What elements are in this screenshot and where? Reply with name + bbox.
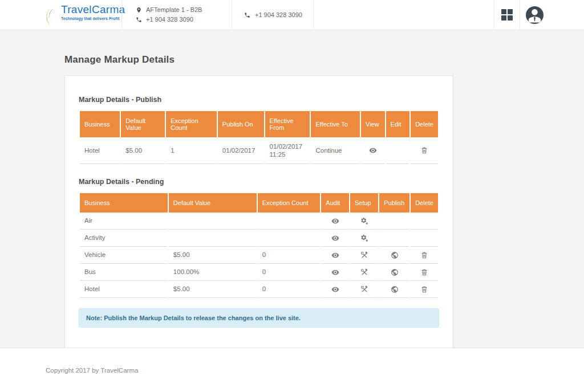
audit-icon[interactable] xyxy=(331,251,339,259)
cell-exception-count: 0 xyxy=(258,264,321,281)
cell-delete-empty xyxy=(411,230,438,247)
agency-info: AFTemplate 1 - B2B +1 904 328 3090 xyxy=(121,0,232,30)
table-row: Bus 100.00% 0 xyxy=(80,264,438,281)
col-business: Business xyxy=(80,193,168,213)
pending-table: Business Default Value Exception Count A… xyxy=(79,193,439,298)
cell-exception-count xyxy=(258,230,321,247)
setup-gear-icon[interactable] xyxy=(360,234,368,242)
delete-icon[interactable] xyxy=(420,285,428,293)
cell-default-value: $5.00 xyxy=(169,281,257,298)
agency-phone: +1 904 328 3090 xyxy=(146,15,193,24)
cell-default-value: $5.00 xyxy=(121,137,165,164)
col-delete: Delete xyxy=(411,111,438,137)
cell-exception-count: 0 xyxy=(258,281,321,298)
view-icon[interactable] xyxy=(369,146,377,154)
col-publish-on: Publish On xyxy=(218,111,264,137)
col-view: View xyxy=(361,111,385,137)
delete-icon[interactable] xyxy=(420,251,428,259)
person-icon xyxy=(526,6,544,24)
topbar-spacer xyxy=(313,0,494,30)
support-phone-section: +1 904 328 3090 xyxy=(232,0,313,30)
publish-section-title: Markup Details - Publish xyxy=(79,96,439,104)
cell-publish-empty xyxy=(379,213,409,230)
apps-grid-section xyxy=(494,0,520,30)
brand-swoosh-icon xyxy=(43,3,60,26)
cell-effective-to: Continue xyxy=(311,137,360,164)
setup-tools-icon[interactable] xyxy=(360,285,368,293)
brand-logo[interactable]: TravelCarma Technology that delivers Pro… xyxy=(0,0,121,30)
setup-tools-icon[interactable] xyxy=(360,268,368,276)
cell-default-value: $5.00 xyxy=(169,247,257,264)
cell-default-value xyxy=(169,213,257,230)
agency-name: AFTemplate 1 - B2B xyxy=(146,5,202,15)
cell-business: Activity xyxy=(80,230,168,247)
cell-exception-count: 1 xyxy=(166,137,217,164)
cell-publish-empty xyxy=(379,230,409,247)
table-row: Hotel $5.00 1 01/02/2017 01/02/2017 11:2… xyxy=(80,137,438,164)
audit-icon[interactable] xyxy=(331,217,339,225)
pending-section-title: Markup Details - Pending xyxy=(79,178,439,186)
table-row: Air xyxy=(80,213,438,230)
col-publish: Publish xyxy=(379,193,409,213)
cell-exception-count xyxy=(258,213,321,230)
publish-note: Note: Publish the Markup Details to rele… xyxy=(79,308,439,328)
col-audit: Audit xyxy=(321,193,349,213)
col-setup: Setup xyxy=(350,193,378,213)
delete-icon[interactable] xyxy=(420,146,428,154)
publish-table-header: Business Default Value Exception Count P… xyxy=(80,111,438,137)
col-delete: Delete xyxy=(411,193,438,213)
cell-business: Vehicle xyxy=(80,247,168,264)
cell-edit-empty xyxy=(386,137,410,164)
col-default-value: Default Value xyxy=(169,193,257,213)
col-business: Business xyxy=(80,111,120,137)
cell-publish-on: 01/02/2017 xyxy=(218,137,264,164)
brand-name: TravelCarma xyxy=(61,3,125,16)
brand-tagline: Technology that delivers Profit xyxy=(61,16,125,21)
publish-globe-icon[interactable] xyxy=(391,268,399,276)
publish-globe-icon[interactable] xyxy=(391,251,399,259)
col-exception-count: Exception Count xyxy=(258,193,321,213)
cell-effective-from: 01/02/2017 11:25 xyxy=(265,137,310,164)
pending-table-header: Business Default Value Exception Count A… xyxy=(80,193,438,213)
audit-icon[interactable] xyxy=(331,234,339,242)
cell-exception-count: 0 xyxy=(258,247,321,264)
delete-icon[interactable] xyxy=(420,268,428,276)
top-bar: TravelCarma Technology that delivers Pro… xyxy=(0,0,584,30)
page-title: Manage Markup Details xyxy=(64,54,584,66)
cell-business: Bus xyxy=(80,264,168,281)
cell-delete-empty xyxy=(411,213,438,230)
col-exception-count: Exception Count xyxy=(166,111,217,137)
col-default-value: Default Value xyxy=(121,111,165,137)
col-effective-to: Effective To xyxy=(311,111,360,137)
publish-table: Business Default Value Exception Count P… xyxy=(79,111,439,164)
user-menu-section xyxy=(520,0,584,30)
phone-icon xyxy=(136,17,142,23)
table-row: Hotel $5.00 0 xyxy=(80,281,438,298)
cell-business: Hotel xyxy=(80,137,120,164)
table-row: Vehicle $5.00 0 xyxy=(80,247,438,264)
publish-globe-icon[interactable] xyxy=(391,285,399,293)
user-avatar[interactable] xyxy=(526,6,544,24)
page-footer: Copyright 2017 by TravelCarma xyxy=(0,348,584,392)
copyright-text: Copyright 2017 by TravelCarma xyxy=(46,367,138,374)
cell-business: Air xyxy=(80,213,168,230)
audit-icon[interactable] xyxy=(331,285,339,293)
audit-icon[interactable] xyxy=(331,268,339,276)
col-edit: Edit xyxy=(386,111,410,137)
phone-icon xyxy=(244,12,250,18)
apps-grid-icon[interactable] xyxy=(501,9,513,21)
table-row: Activity xyxy=(80,230,438,247)
setup-gear-icon[interactable] xyxy=(360,217,368,225)
col-effective-from: Effective From xyxy=(265,111,310,137)
cell-default-value xyxy=(169,230,257,247)
cell-default-value: 100.00% xyxy=(169,264,257,281)
location-pin-icon xyxy=(136,7,142,13)
main-content: Manage Markup Details Markup Details - P… xyxy=(0,30,584,348)
cell-business: Hotel xyxy=(80,281,168,298)
support-phone: +1 904 328 3090 xyxy=(255,11,302,18)
markup-details-card: Markup Details - Publish Business Defaul… xyxy=(64,75,453,349)
setup-tools-icon[interactable] xyxy=(360,251,368,259)
